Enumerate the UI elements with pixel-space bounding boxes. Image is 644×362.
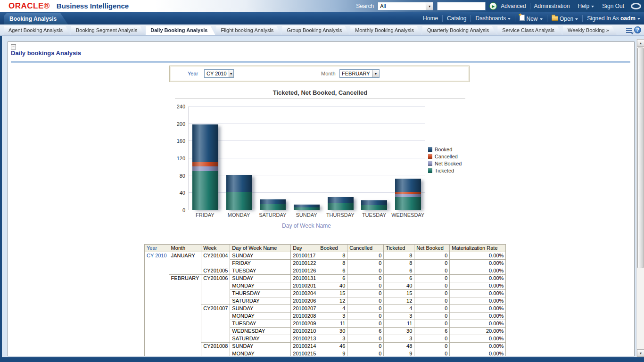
tab-agent-booking-analysis[interactable]: Agent Booking Analysis [4, 26, 70, 35]
divider [547, 15, 547, 22]
search-input[interactable] [437, 2, 486, 10]
booked-cell: 4 [318, 305, 347, 313]
day-name-cell: WEDNESDAY [230, 328, 291, 335]
col-header-booked: Booked [318, 245, 347, 252]
bar-saturday[interactable] [260, 199, 286, 210]
tab-weekly-booking[interactable]: Weekly Booking » [563, 26, 617, 35]
scrollbar-thumb[interactable] [637, 48, 644, 268]
net-booked-cell: 0 [414, 275, 450, 282]
bar-friday[interactable] [192, 124, 218, 210]
tab-service-class-analysis[interactable]: Service Class Analysis [497, 26, 562, 35]
materialization-rate-cell: 0.00% [450, 297, 506, 305]
cancelled-cell: 0 [347, 335, 384, 343]
chevron-down-icon[interactable]: ▼ [229, 70, 233, 77]
cancelled-cell: 0 [347, 267, 384, 275]
divider [442, 15, 443, 22]
collapse-section-button[interactable]: − [11, 44, 16, 49]
year-filter-label[interactable]: Year [188, 71, 198, 76]
home-link[interactable]: Home [423, 15, 438, 22]
search-label: Search [356, 3, 374, 9]
chart-plot [188, 107, 425, 210]
y-tick-label: 40 [174, 190, 185, 196]
bar-segment-booked [226, 175, 252, 192]
bar-thursday[interactable] [328, 197, 354, 210]
day-cell: 20100204 [291, 290, 318, 297]
col-header-day: Day [291, 245, 318, 252]
analysis-tab-strip: Agent Booking AnalysisBooking Segment An… [4, 26, 618, 35]
year-cell[interactable]: CY 2010 [145, 252, 169, 357]
advanced-link[interactable]: Advanced [501, 3, 526, 9]
tab-flight-booking-analysis[interactable]: Flight booking Analysis [216, 26, 281, 35]
new-menu[interactable]: New [520, 15, 542, 22]
year-select[interactable]: CY 2010 ▼ [204, 69, 234, 78]
net-booked-cell: 0 [414, 260, 450, 267]
legend-swatch [428, 147, 432, 152]
month-select[interactable]: FEBRUARY ▼ [339, 69, 380, 78]
col-header-day-of-week-name: Day of Week Name [230, 245, 291, 252]
ticketed-cell: 11 [384, 320, 414, 328]
day-cell: 20100206 [291, 297, 318, 305]
chevron-down-icon [575, 18, 578, 20]
x-category-label: WEDNESDAY [391, 212, 425, 218]
materialization-rate-cell: 0.00% [450, 305, 506, 313]
materialization-rate-cell: 0.00% [450, 343, 506, 350]
col-header-week: Week [201, 245, 230, 252]
day-name-cell: SUNDAY [230, 305, 291, 313]
bar-segment-net-booked [192, 166, 218, 171]
open-menu[interactable]: Open [552, 15, 578, 22]
bar-tuesday[interactable] [361, 200, 387, 210]
materialization-rate-cell: 0.00% [450, 267, 506, 275]
dashboard-page: − Daily bookings Analysis Year CY 2010 ▼… [0, 36, 644, 357]
cancelled-cell: 0 [347, 313, 384, 320]
search-go-icon[interactable]: ▶ [489, 2, 497, 10]
materialization-rate-cell: 0.00% [450, 260, 506, 267]
tab-booking-segment-analysis[interactable]: Booking Segment Analysis [71, 26, 145, 35]
catalog-link[interactable]: Catalog [447, 15, 466, 22]
booked-cell: 12 [318, 297, 347, 305]
month-cell: FEBRUARY [169, 275, 201, 357]
legend-swatch [428, 154, 432, 159]
search-scope-select[interactable]: All ▼ [378, 2, 433, 10]
tab-daily-booking-analysis[interactable]: Daily Booking Analysis [146, 26, 215, 35]
bar-monday[interactable] [226, 175, 252, 210]
materialization-rate-cell: 0.00% [450, 335, 506, 343]
y-tick-label: 160 [174, 138, 185, 144]
signed-in-menu[interactable]: Signed In As oadm [587, 15, 640, 22]
tab-quarterly-booking-analysis[interactable]: Quarterly Booking Analysis [422, 26, 496, 35]
scroll-down-button[interactable]: ▼ [637, 349, 644, 357]
net-booked-cell: 0 [414, 290, 450, 297]
x-category-label: SATURDAY [256, 212, 289, 218]
tab-group-booking-analysis[interactable]: Group Booking Analysis [282, 26, 349, 35]
bar-sunday[interactable] [294, 205, 320, 210]
bar-wednesday[interactable] [395, 179, 421, 210]
col-header-year[interactable]: Year [145, 245, 169, 252]
day-cell: 20100213 [291, 335, 318, 343]
sign-out-link[interactable]: Sign Out [602, 3, 624, 9]
tab-monthly-booking-analysis[interactable]: Monthly Booking Analysis [350, 26, 421, 35]
cancelled-cell: 0 [347, 260, 384, 267]
ticketed-cell: 9 [384, 350, 414, 357]
chevron-down-icon[interactable]: ▼ [426, 2, 433, 10]
day-name-cell: SUNDAY [230, 275, 291, 282]
day-name-cell: MONDAY [230, 350, 291, 357]
help-menu[interactable]: Help [578, 3, 594, 9]
help-icon[interactable]: ? [634, 26, 641, 33]
dashboards-menu[interactable]: Dashboards [475, 15, 511, 22]
topbar-actions: Search All ▼ ▶ Advanced Administration H… [356, 0, 641, 12]
bar-slot [323, 107, 357, 210]
vertical-scrollbar[interactable]: ▲ ▼ [636, 39, 644, 357]
page-options-icon[interactable] [626, 28, 632, 33]
legend-swatch [428, 168, 432, 173]
scroll-up-button[interactable]: ▲ [637, 39, 644, 47]
day-name-cell: MONDAY [230, 282, 291, 290]
dashboard-tab-booking-analysis[interactable]: Booking Analysis [4, 13, 68, 25]
week-cell: CY201008 [201, 343, 230, 357]
open-folder-icon [552, 16, 558, 21]
results-table: YearMonthWeekDay of Week NameDayBookedCa… [144, 244, 506, 356]
left-frame [0, 36, 2, 357]
booked-cell: 6 [318, 275, 347, 282]
chevron-down-icon[interactable]: ▼ [372, 70, 379, 77]
day-cell: 20100215 [291, 350, 318, 357]
administration-link[interactable]: Administration [534, 3, 570, 9]
net-booked-cell: 0 [414, 282, 450, 290]
